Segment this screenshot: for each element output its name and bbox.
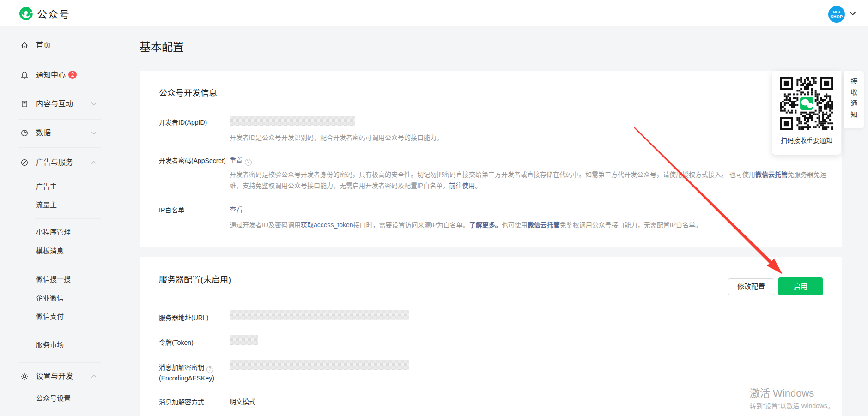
sidebar-item-service-market[interactable]: 服务市场: [0, 338, 111, 351]
app-title: 公众号: [37, 6, 70, 21]
server-url-label: 服务器地址(URL): [159, 313, 208, 323]
sidebar-item-miniprogram-mgmt[interactable]: 小程序管理: [0, 226, 111, 239]
sidebar-divider: [35, 265, 101, 265]
sidebar-item-template-message[interactable]: 模板消息: [0, 245, 111, 258]
server-config-card: 服务器配置(未启用) 修改配置 启用 服务器地址(URL) 令牌(Token) …: [140, 257, 842, 416]
sidebar-divider: [35, 218, 101, 219]
notification-count-badge: 2: [68, 71, 77, 79]
content-icon: [20, 100, 29, 108]
page-title: 基本配置: [140, 38, 184, 54]
aeskey-label: 消息加解密密钥? (EncodingAESKey): [159, 362, 237, 383]
token-label: 令牌(Token): [159, 338, 194, 348]
access-token-link[interactable]: 获取access_token: [301, 221, 353, 229]
sidebar-item-wecom[interactable]: 企业微信: [0, 292, 111, 305]
wechat-mp-basic-config-page: 公众号 NIU SHOP 首页 通知中心2 内容与互动 数据: [0, 0, 868, 416]
sidebar-item-label: 服务市场: [36, 338, 64, 351]
sidebar-item-label: 模板消息: [36, 245, 64, 258]
desc-text: 也可使用: [502, 221, 528, 229]
bell-icon: [20, 71, 29, 79]
server-config-title: 服务器配置(未启用): [159, 273, 231, 285]
sidebar-item-label: 公众号设置: [36, 392, 71, 405]
qr-notification-panel: 扫码接收重要通知: [772, 71, 841, 155]
token-value-redacted: [230, 335, 258, 345]
desc-text: 免鉴权调用公众号接口能力，无需配置IP白名单。: [560, 221, 702, 229]
encrypt-mode-value: 明文模式: [230, 397, 255, 406]
sidebar-item-label: 设置与开发: [36, 370, 73, 383]
pie-chart-icon: [20, 129, 29, 137]
go-use-link[interactable]: 前往使用。: [449, 182, 481, 189]
dev-info-title: 公众号开发信息: [159, 86, 217, 98]
sidebar-item-traffic-owner[interactable]: 流量主: [0, 199, 111, 211]
sidebar-divider: [18, 90, 101, 90]
sidebar-divider: [18, 147, 101, 148]
ip-whitelist-view-link[interactable]: 查看: [230, 206, 243, 213]
account-menu-chevron-down-icon[interactable]: [849, 11, 856, 16]
appid-label: 开发者ID(AppID): [159, 117, 207, 127]
sidebar-item-label: 流量主: [36, 199, 57, 211]
appsecret-reset-link[interactable]: 重置: [230, 157, 243, 164]
sidebar-item-label: 企业微信: [36, 292, 64, 305]
windows-activation-watermark: 激活 Windows 转到“设置”以激活 Windows。: [750, 385, 834, 410]
receive-notifications-tab[interactable]: 接收通知: [844, 71, 864, 128]
aeskey-help-icon[interactable]: ?: [206, 366, 213, 373]
sidebar-item-home[interactable]: 首页: [0, 39, 111, 52]
sidebar-item-label: 通知中心: [36, 71, 66, 79]
wechat-mp-logo-icon: [18, 6, 33, 20]
sidebar-item-label: 微信支付: [36, 310, 64, 323]
modify-config-button[interactable]: 修改配置: [728, 278, 774, 295]
qr-code: [780, 77, 833, 130]
ip-whitelist-label: IP白名单: [159, 205, 184, 215]
home-icon: [20, 41, 29, 49]
wechat-cloud-link[interactable]: 微信云托管: [528, 221, 560, 229]
sidebar: 首页 通知中心2 内容与互动 数据 广告与服务 广告主 流量主 小程序管理: [0, 26, 111, 416]
appsecret-label: 开发者密码(AppSecret): [159, 156, 228, 166]
sidebar-item-label: 微信搜一搜: [36, 273, 71, 286]
enable-button[interactable]: 启用: [778, 277, 823, 295]
sidebar-item-advertiser[interactable]: 广告主: [0, 180, 111, 193]
server-url-value-redacted: [230, 310, 409, 320]
chevron-down-icon: [91, 131, 97, 135]
top-header: 公众号 NIU SHOP: [0, 0, 868, 26]
encrypt-mode-label: 消息加解密方式: [159, 397, 204, 407]
sidebar-item-wechat-search[interactable]: 微信搜一搜: [0, 273, 111, 286]
sidebar-item-wechat-pay[interactable]: 微信支付: [0, 310, 111, 323]
sidebar-item-label: 数据: [36, 127, 51, 139]
learn-more-link[interactable]: 了解更多。: [469, 221, 502, 229]
account-avatar[interactable]: NIU SHOP: [828, 6, 845, 23]
sidebar-divider: [18, 362, 101, 363]
sidebar-item-label: 广告与服务: [36, 156, 73, 169]
sidebar-item-label: 小程序管理: [36, 226, 71, 239]
desc-text: 开发者密码是校验公众号开发者身份的密码，具有极高的安全性。切记勿把密码直接交给第…: [230, 171, 755, 178]
sidebar-item-settings-dev[interactable]: 设置与开发: [0, 370, 111, 383]
wechat-cloud-link[interactable]: 微信云托管: [755, 171, 788, 178]
sidebar-item-label: 广告主: [36, 180, 57, 193]
sidebar-item-data[interactable]: 数据: [0, 127, 111, 139]
sidebar-divider: [35, 331, 101, 331]
desc-text: 通过开发者ID及密码调用: [230, 221, 301, 229]
sidebar-item-notifications[interactable]: 通知中心2: [0, 69, 111, 82]
sidebar-item-label: 内容与互动: [36, 97, 73, 110]
aeskey-value-redacted: [230, 360, 409, 370]
sidebar-divider: [18, 60, 101, 60]
sidebar-item-account-settings[interactable]: 公众号设置: [0, 392, 111, 405]
ip-whitelist-description: 通过开发者ID及密码调用获取access_token接口时，需要设置访问来源IP…: [230, 219, 835, 230]
appsecret-help-icon[interactable]: ?: [245, 159, 252, 166]
qr-caption: 扫码接收重要通知: [772, 135, 841, 145]
appid-value-redacted: [230, 116, 355, 126]
sidebar-divider: [18, 119, 101, 120]
appid-description: 开发者ID是公众号开发识别码，配合开发者密码可调用公众号的接口能力。: [230, 132, 835, 143]
gear-icon: [20, 372, 29, 380]
sidebar-item-label: 首页: [36, 39, 51, 52]
chevron-down-icon: [91, 102, 97, 106]
sidebar-item-content-interaction[interactable]: 内容与互动: [0, 97, 111, 110]
dev-info-card: 公众号开发信息 开发者ID(AppID) 开发者ID是公众号开发识别码，配合开发…: [140, 71, 842, 247]
compass-icon: [20, 158, 29, 167]
appsecret-description: 开发者密码是校验公众号开发者身份的密码，具有极高的安全性。切记勿把密码直接交给第…: [230, 169, 835, 191]
chevron-up-icon: [91, 374, 97, 379]
chevron-up-icon: [91, 160, 97, 165]
desc-text: 接口时，需要设置访问来源IP为白名单。: [353, 221, 469, 229]
sidebar-item-ads-services[interactable]: 广告与服务: [0, 156, 111, 169]
